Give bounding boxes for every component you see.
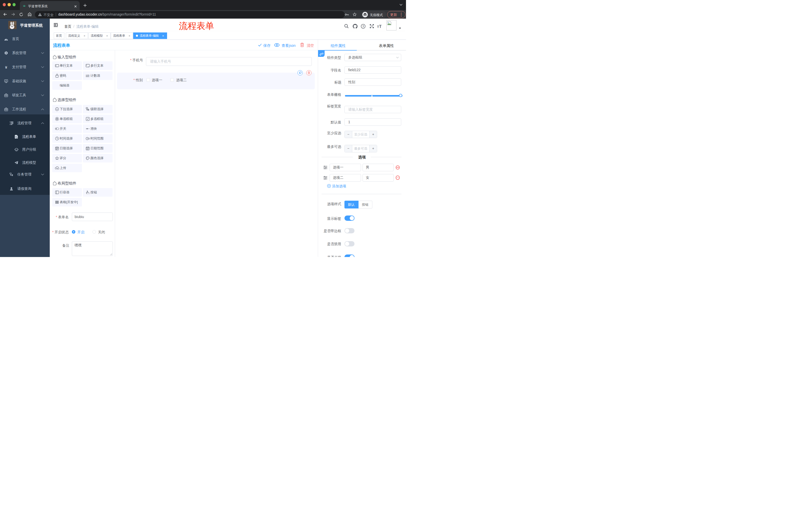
svg-text:123: 123 bbox=[86, 74, 89, 77]
svg-text:T: T bbox=[379, 24, 382, 28]
svg-text:?: ? bbox=[362, 25, 364, 28]
svg-text:T: T bbox=[377, 25, 379, 28]
svg-text:¥: ¥ bbox=[5, 65, 7, 69]
